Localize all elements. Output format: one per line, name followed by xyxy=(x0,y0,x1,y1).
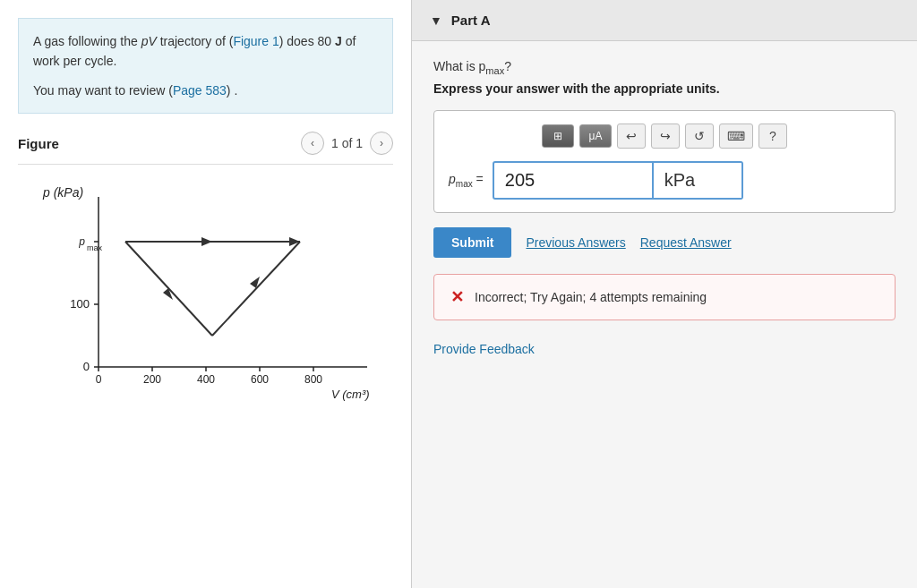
part-title: Part A xyxy=(451,13,491,28)
answer-box: ⊞ μA ↩ ↪ ↺ ⌨ ? pmax = kPa xyxy=(433,110,896,213)
question-end: ? xyxy=(504,59,511,73)
figure-prev-button[interactable]: ‹ xyxy=(301,132,324,155)
svg-text:600: 600 xyxy=(251,373,269,386)
input-label: pmax = xyxy=(449,172,484,189)
toolbar: ⊞ μA ↩ ↪ ↺ ⌨ ? xyxy=(449,124,880,149)
problem-text-prefix: A gas following the xyxy=(33,34,141,48)
review-prefix: You may want to review ( xyxy=(33,83,173,98)
submit-button[interactable]: Submit xyxy=(433,227,511,258)
review-text: You may want to review (Page 583) . xyxy=(33,81,378,100)
unit-display: kPa xyxy=(654,161,743,200)
question-sub: max xyxy=(485,65,504,76)
pv-label: pV xyxy=(141,34,157,48)
question-prefix: What is p xyxy=(433,59,485,73)
input-row: pmax = kPa xyxy=(449,161,880,200)
svg-marker-21 xyxy=(289,237,300,246)
page-link[interactable]: Page 583 xyxy=(173,83,227,98)
input-label-sub: max xyxy=(456,179,473,189)
toolbar-redo-button[interactable]: ↪ xyxy=(651,124,680,149)
svg-text:0: 0 xyxy=(96,373,102,386)
question-text: What is pmax? xyxy=(433,59,896,76)
chart-area: p (kPa) p max 100 0 0 200 xyxy=(18,179,393,414)
figure-next-button[interactable]: › xyxy=(370,132,393,155)
svg-text:0: 0 xyxy=(83,360,90,373)
figure-nav: ‹ 1 of 1 › xyxy=(301,132,393,155)
toolbar-help-button[interactable]: ? xyxy=(758,124,787,149)
joules-label: J xyxy=(335,34,342,48)
svg-marker-22 xyxy=(201,237,212,246)
provide-feedback-link[interactable]: Provide Feedback xyxy=(433,342,535,356)
toolbar-grid-button[interactable]: ⊞ xyxy=(542,124,574,148)
error-box: ✕ Incorrect; Try Again; 4 attempts remai… xyxy=(433,274,896,320)
answer-instruction: Express your answer with the appropriate… xyxy=(433,81,896,96)
svg-text:100: 100 xyxy=(70,297,90,311)
svg-text:V (cm³): V (cm³) xyxy=(331,388,370,401)
previous-answers-link[interactable]: Previous Answers xyxy=(526,235,625,250)
problem-text-after: ) does 80 xyxy=(279,34,335,48)
toolbar-mu-a-button[interactable]: μA xyxy=(579,124,612,148)
part-content: What is pmax? Express your answer with t… xyxy=(412,41,917,374)
problem-text-box: A gas following the pV trajectory of (Fi… xyxy=(18,18,393,114)
toolbar-refresh-button[interactable]: ↺ xyxy=(685,124,714,149)
svg-text:200: 200 xyxy=(143,373,161,386)
problem-statement: A gas following the pV trajectory of (Fi… xyxy=(33,31,378,72)
figure-title: Figure xyxy=(18,136,59,151)
answer-input[interactable] xyxy=(493,161,654,200)
svg-marker-26 xyxy=(163,288,173,300)
right-panel: ▼ Part A What is pmax? Express your answ… xyxy=(412,0,917,588)
request-answer-link[interactable]: Request Answer xyxy=(640,235,732,250)
svg-line-25 xyxy=(125,242,212,336)
review-suffix: ) . xyxy=(227,83,237,98)
svg-text:p: p xyxy=(78,235,85,248)
problem-text-mid: trajectory of ( xyxy=(160,34,234,48)
toolbar-keyboard-button[interactable]: ⌨ xyxy=(719,124,753,149)
svg-line-23 xyxy=(212,242,300,336)
svg-text:400: 400 xyxy=(197,373,215,386)
figure-nav-text: 1 of 1 xyxy=(331,136,363,150)
part-header: ▼ Part A xyxy=(412,0,917,41)
error-icon: ✕ xyxy=(450,287,464,307)
toolbar-undo-button[interactable]: ↩ xyxy=(617,124,646,149)
y-axis-label: p (kPa) xyxy=(42,185,83,200)
error-message: Incorrect; Try Again; 4 attempts remaini… xyxy=(475,290,707,304)
left-panel: A gas following the pV trajectory of (Fi… xyxy=(0,0,412,588)
svg-text:max: max xyxy=(87,243,103,252)
part-collapse-arrow[interactable]: ▼ xyxy=(430,13,442,28)
figure-header: Figure ‹ 1 of 1 › xyxy=(18,132,393,165)
figure-link[interactable]: Figure 1 xyxy=(233,34,279,48)
pv-diagram: p (kPa) p max 100 0 0 200 xyxy=(36,179,385,412)
action-row: Submit Previous Answers Request Answer xyxy=(433,227,896,258)
svg-text:800: 800 xyxy=(304,373,322,386)
